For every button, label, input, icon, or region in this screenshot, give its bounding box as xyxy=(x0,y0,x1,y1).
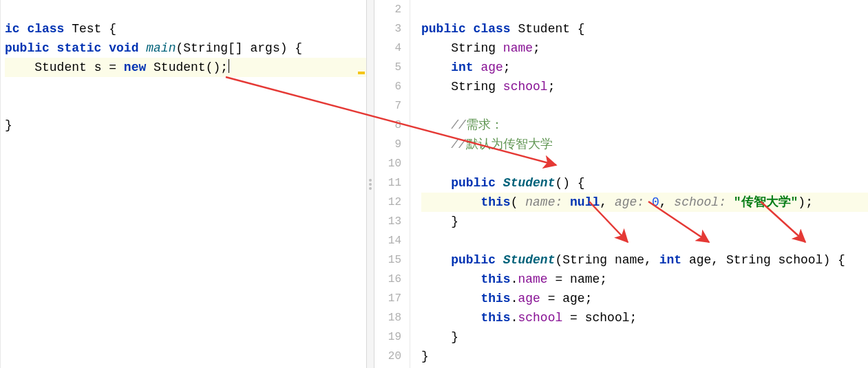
token: name: xyxy=(525,195,570,209)
token: public static void xyxy=(5,41,146,55)
code-line[interactable]: public static void main(String[] args) { xyxy=(5,39,366,58)
token: } xyxy=(421,215,458,228)
token: null xyxy=(570,195,600,209)
token xyxy=(421,80,451,94)
code-line[interactable]: this.name = name; xyxy=(421,270,868,289)
code-line[interactable] xyxy=(421,0,868,19)
token: this xyxy=(480,195,510,209)
code-line[interactable]: this.school = school; xyxy=(421,308,868,327)
token: "传智大学" xyxy=(734,195,798,209)
code-line[interactable]: String school; xyxy=(421,77,868,96)
token: (String[] args) { xyxy=(176,41,302,55)
line-number: 11 xyxy=(374,173,401,193)
editor-pane-right[interactable]: 23456789101112131415161718192021 public … xyxy=(374,0,868,368)
gutter-right: 23456789101112131415161718192021 xyxy=(374,0,410,368)
token: 需求： xyxy=(466,118,503,132)
token: age xyxy=(518,292,540,305)
code-line[interactable]: public Student() { xyxy=(421,173,868,193)
token xyxy=(421,118,451,132)
line-number: 7 xyxy=(374,96,401,116)
editor-pane-left[interactable]: ic class Test {public static void main(S… xyxy=(0,0,366,368)
line-number: 13 xyxy=(374,212,401,231)
code-line[interactable] xyxy=(5,77,366,96)
token: name xyxy=(615,253,644,267)
code-line[interactable] xyxy=(421,96,868,116)
token xyxy=(421,253,451,267)
pane-splitter[interactable] xyxy=(366,0,374,368)
line-number: 17 xyxy=(374,289,401,308)
token: ); xyxy=(798,195,813,209)
token: // xyxy=(451,138,466,151)
code-line[interactable]: String name; xyxy=(421,39,868,58)
line-number: 19 xyxy=(374,327,401,347)
token: int xyxy=(451,61,480,74)
token: , xyxy=(600,195,615,209)
token: Student xyxy=(503,253,555,267)
code-area-right[interactable]: public class Student { String name; int … xyxy=(410,0,868,368)
line-number: 5 xyxy=(374,58,401,77)
code-line[interactable]: ic class Test { xyxy=(5,19,366,39)
line-number: 6 xyxy=(374,77,401,96)
token: ( xyxy=(511,195,526,209)
editor-split[interactable]: ic class Test {public static void main(S… xyxy=(0,0,868,368)
line-number: 20 xyxy=(374,347,401,366)
token: 0 xyxy=(652,195,659,209)
token: public class xyxy=(421,22,518,36)
line-number: 3 xyxy=(374,19,401,39)
token: public xyxy=(451,176,503,190)
line-number: 12 xyxy=(374,193,401,212)
token xyxy=(421,195,480,209)
code-line[interactable]: this( name: null, age: 0, school: "传智大学"… xyxy=(421,193,868,212)
token: main xyxy=(146,41,176,55)
code-line[interactable]: Student s = new Student(); xyxy=(5,58,366,77)
code-area-left[interactable]: ic class Test {public static void main(S… xyxy=(1,0,366,368)
text-cursor xyxy=(229,59,229,73)
token: int xyxy=(659,253,689,267)
code-line[interactable]: } xyxy=(421,212,868,231)
code-line[interactable] xyxy=(421,154,868,173)
line-number: 16 xyxy=(374,270,401,289)
token: school xyxy=(503,80,548,94)
code-line[interactable] xyxy=(421,231,868,250)
token: = school; xyxy=(562,311,637,325)
code-line[interactable]: } xyxy=(5,116,366,135)
token: school xyxy=(779,253,823,267)
line-number: 2 xyxy=(374,0,401,19)
token: Student { xyxy=(518,22,584,36)
token: this xyxy=(480,292,510,305)
token: age xyxy=(689,253,711,267)
code-line[interactable]: //需求： xyxy=(421,116,868,135)
code-line[interactable]: } xyxy=(421,347,868,366)
token: . xyxy=(511,272,518,286)
token: , xyxy=(644,253,659,267)
code-line[interactable]: public Student(String name, int age, Str… xyxy=(421,250,868,270)
token: . xyxy=(511,311,518,325)
token: this xyxy=(480,311,510,325)
token xyxy=(421,272,480,286)
token xyxy=(421,176,451,190)
token: String xyxy=(451,41,503,55)
token: age xyxy=(480,61,502,74)
token: Test { xyxy=(72,22,116,36)
token: name xyxy=(503,41,533,55)
token: name xyxy=(518,272,547,286)
code-line[interactable]: int age; xyxy=(421,58,868,77)
code-line[interactable]: } xyxy=(421,327,868,347)
token: (String xyxy=(555,253,614,267)
line-number: 10 xyxy=(374,154,401,173)
token: } xyxy=(421,349,429,363)
token: // xyxy=(451,118,466,132)
code-line[interactable] xyxy=(5,0,366,19)
token: school xyxy=(518,311,562,325)
code-line[interactable]: //默认为传智大学 xyxy=(421,135,868,154)
token xyxy=(421,138,451,151)
code-line[interactable]: this.age = age; xyxy=(421,289,868,308)
token: , String xyxy=(711,253,778,267)
token: = xyxy=(101,61,123,74)
code-line[interactable] xyxy=(5,96,366,116)
token: ; xyxy=(533,41,540,55)
token: () { xyxy=(555,176,584,190)
code-line[interactable]: public class Student { xyxy=(421,19,868,39)
token: 默认为传智大学 xyxy=(466,138,553,151)
token: age: xyxy=(615,195,652,209)
